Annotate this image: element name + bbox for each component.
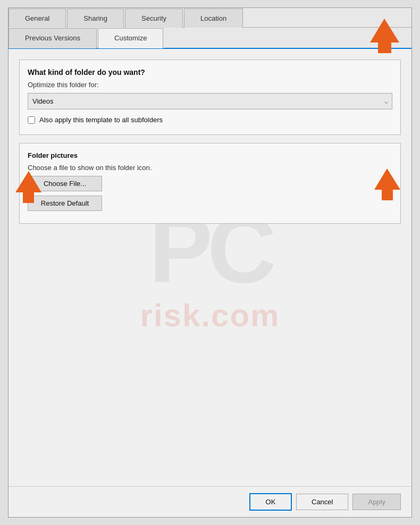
subfolder-checkbox[interactable] — [28, 116, 35, 124]
subfolder-checkbox-label: Also apply this template to all subfolde… — [39, 116, 163, 124]
folder-pictures-title: Folder pictures — [28, 151, 392, 159]
tabs-row2: Previous Versions Customize — [9, 28, 411, 49]
tab-location[interactable]: Location — [184, 9, 243, 28]
button-bar: OK Cancel Apply — [9, 486, 411, 517]
choose-file-button[interactable]: Choose File... — [28, 176, 102, 191]
optimize-dropdown[interactable]: General items Documents Pictures Music V… — [28, 93, 392, 109]
tab-sharing[interactable]: Sharing — [67, 9, 124, 28]
optimize-label: Optimize this folder for: — [28, 81, 392, 89]
properties-dialog: General Sharing Security Location Previo… — [8, 7, 412, 518]
apply-button[interactable]: Apply — [352, 494, 401, 510]
optimize-dropdown-wrapper: General items Documents Pictures Music V… — [28, 93, 392, 109]
restore-default-button[interactable]: Restore Default — [28, 196, 102, 211]
tab-customize[interactable]: Customize — [98, 28, 163, 48]
folder-pictures-section: Folder pictures Choose a file to show on… — [19, 143, 401, 224]
cancel-button[interactable]: Cancel — [296, 494, 348, 510]
ok-button[interactable]: OK — [249, 493, 292, 511]
question-text: What kind of folder do you want? — [28, 68, 392, 77]
folder-pictures-desc: Choose a file to show on this folder ico… — [28, 164, 392, 172]
subfolder-checkbox-row: Also apply this template to all subfolde… — [28, 116, 392, 124]
tab-content: PC risk.com What kind of folder do you w… — [9, 49, 411, 486]
tabs-row1: General Sharing Security Location — [9, 8, 411, 28]
watermark-risk: risk.com — [140, 297, 280, 334]
folder-type-section: What kind of folder do you want? Optimiz… — [19, 60, 401, 135]
tab-general[interactable]: General — [9, 9, 66, 28]
tab-previous-versions[interactable]: Previous Versions — [9, 28, 97, 48]
tab-security[interactable]: Security — [125, 9, 183, 28]
